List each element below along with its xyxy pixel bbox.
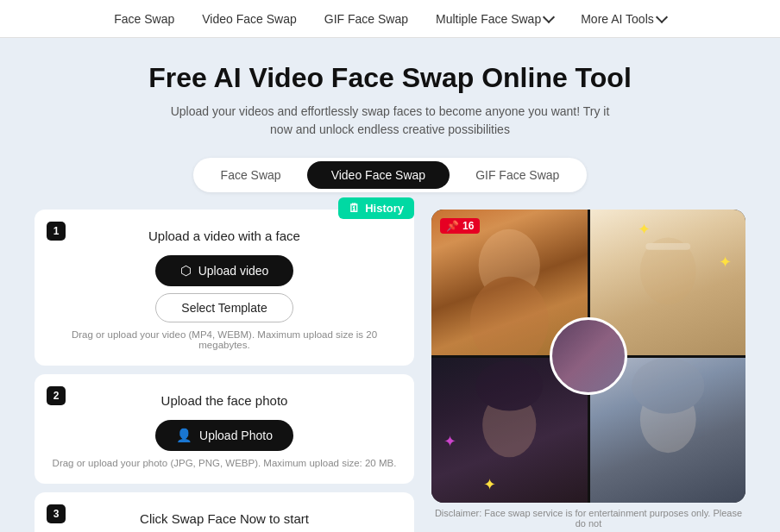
svg-point-1 — [470, 277, 549, 355]
pin-badge: 📌 16 — [440, 218, 480, 234]
step-1-hint: Drag or upload your video (MP4, WEBM). M… — [52, 329, 397, 350]
step-2-title: Upload the face photo — [161, 393, 288, 408]
upload-photo-button[interactable]: 👤 Upload Photo — [155, 420, 293, 451]
step-3-title: Click Swap Face Now to start — [140, 511, 309, 526]
hero-subtitle: Upload your videos and effortlessly swap… — [166, 103, 614, 139]
person-icon: 👤 — [176, 428, 192, 443]
select-template-button[interactable]: Select Template — [155, 293, 293, 322]
step-1-number: 1 — [47, 222, 66, 241]
tabs-row: Face Swap Video Face Swap GIF Face Swap — [35, 158, 745, 192]
nav-multiple-face-swap[interactable]: Multiple Face Swap — [436, 12, 553, 26]
star-decoration-3: ✦ — [443, 432, 456, 451]
step-1-card: 1 Upload a video with a face ⬡ Upload vi… — [35, 210, 414, 366]
upload-icon: ⬡ — [180, 263, 192, 279]
step-2-card: 2 Upload the face photo 👤 Upload Photo D… — [35, 374, 414, 484]
step-2-hint: Drag or upload your photo (JPG, PNG, WEB… — [53, 458, 397, 468]
step-2-buttons: 👤 Upload Photo — [155, 420, 293, 451]
navigation: Face Swap Video Face Swap GIF Face Swap … — [0, 0, 780, 38]
left-panel: 🗓 History 1 Upload a video with a face ⬡… — [35, 210, 414, 532]
history-icon: 🗓 — [349, 202, 360, 215]
right-panel: 📌 16 ✦ ✦ ✦ ✦ — [431, 210, 745, 532]
chevron-down-icon — [543, 11, 555, 23]
center-face-circle — [550, 317, 627, 395]
page-title: Free AI Video Face Swap Online Tool — [35, 62, 745, 94]
tabs-container: Face Swap Video Face Swap GIF Face Swap — [193, 158, 588, 192]
svg-point-7 — [632, 358, 704, 414]
star-decoration-4: ✦ — [483, 475, 496, 494]
history-button[interactable]: 🗓 History — [338, 197, 414, 219]
pin-icon: 📌 — [446, 220, 459, 232]
step-1-title: Upload a video with a face — [148, 228, 300, 243]
star-decoration-2: ✦ — [719, 253, 732, 272]
step-2-number: 2 — [47, 386, 66, 405]
tab-gif-face-swap[interactable]: GIF Face Swap — [451, 161, 583, 189]
main-content: Free AI Video Face Swap Online Tool Uplo… — [0, 38, 780, 532]
step-1-buttons: ⬡ Upload video Select Template — [155, 255, 293, 322]
bottom-note: Disclaimer: Face swap service is for ent… — [431, 508, 745, 529]
tab-video-face-swap[interactable]: Video Face Swap — [307, 161, 450, 189]
tab-face-swap[interactable]: Face Swap — [197, 161, 305, 189]
svg-point-5 — [475, 360, 543, 410]
content-area: 🗓 History 1 Upload a video with a face ⬡… — [35, 210, 745, 532]
preview-container: 📌 16 ✦ ✦ ✦ ✦ — [431, 210, 745, 503]
nav-gif-face-swap[interactable]: GIF Face Swap — [324, 12, 408, 26]
step-3-card: 3 Click Swap Face Now to start Swap Face… — [35, 492, 414, 532]
nav-video-face-swap[interactable]: Video Face Swap — [202, 12, 296, 26]
chevron-down-icon — [656, 11, 668, 23]
nav-more-ai-tools[interactable]: More AI Tools — [581, 12, 666, 26]
star-decoration-1: ✦ — [638, 220, 651, 239]
svg-rect-3 — [645, 243, 690, 250]
step-3-number: 3 — [47, 504, 66, 523]
upload-video-button[interactable]: ⬡ Upload video — [155, 255, 293, 286]
nav-face-swap[interactable]: Face Swap — [114, 12, 174, 26]
